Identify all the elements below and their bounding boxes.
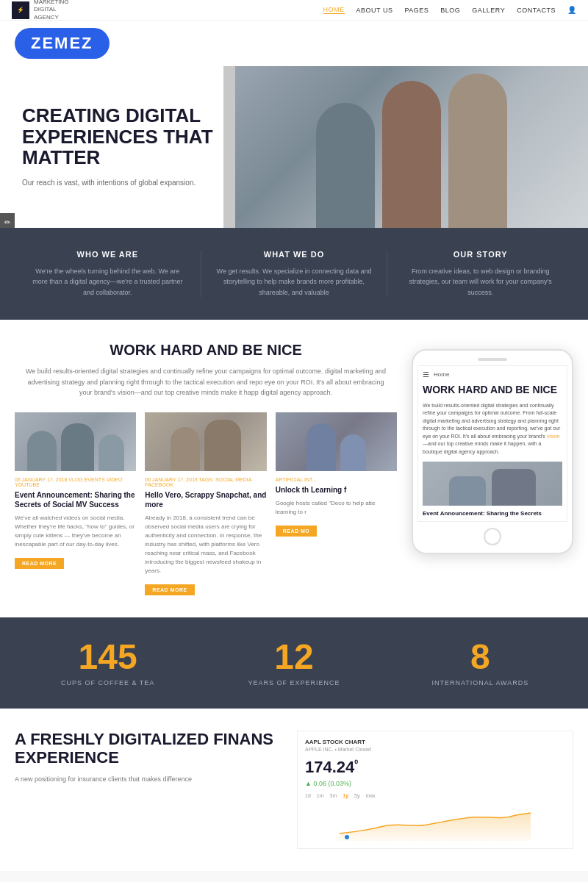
user-icon[interactable]: 👤 (567, 6, 576, 14)
info-who-title: WHO WE ARE (29, 250, 186, 259)
finance-text: A FRESHLY DIGITALIZED FINANS EXPERIENCE … (15, 731, 275, 784)
brand-text: MARKETING DIGITAL AGENCY (34, 0, 69, 21)
info-col-what: WHAT WE DO We get results. We specialize… (201, 250, 388, 298)
hero-section: CREATING DIGITAL EXPERIENCES THAT MATTER… (0, 66, 588, 228)
phone-bottom (417, 528, 567, 545)
phone-menu-icon: ☰ (423, 370, 429, 379)
blog-img-inner-2 (145, 412, 266, 471)
phone-caption: Event Announcement: Sharing the Secrets (423, 510, 562, 517)
stock-superscript: ⁰ (354, 759, 358, 769)
stock-widget: AAPL STOCK CHART APPLE INC. • Market Clo… (297, 731, 573, 849)
hero-people (235, 66, 588, 228)
phone-home-button[interactable] (484, 528, 501, 545)
stock-chart (305, 804, 565, 841)
blog-card-1-title: Event Announcement: Sharing the Secrets … (15, 490, 136, 509)
tab-max[interactable]: max (365, 793, 375, 798)
info-who-text: We're the wheels turning behind the web.… (29, 266, 186, 298)
hero-subtitle: Our reach is vast, with intentions of gl… (22, 177, 228, 189)
phone-top (417, 358, 567, 361)
brand-logo: ⚡ MARKETING DIGITAL AGENCY (12, 0, 69, 21)
info-story-text: From creative ideas, to web design or br… (402, 266, 559, 298)
stat-experience-number: 12 (201, 639, 387, 675)
tab-1y[interactable]: 1y (343, 793, 348, 798)
stat-experience: 12 YEARS OF EXPERIENCE (201, 639, 387, 686)
tab-1m[interactable]: 1m (317, 793, 324, 798)
flash-icon: ⚡ (12, 1, 29, 19)
blog-card-1: 06 JANUARY 17, 2018 VLOG EVENTS VIDEO YO… (15, 412, 136, 595)
top-bar: ⚡ MARKETING DIGITAL AGENCY HOME ABOUT US… (0, 0, 588, 21)
read-more-3-button[interactable]: READ MO (276, 526, 318, 537)
blog-card-2-text: Already in 2018, a consistent trend can … (145, 514, 266, 576)
hero-title: CREATING DIGITAL EXPERIENCES THAT MATTER (22, 105, 228, 168)
blog-card-3-text: Google hosts called "Deco to help atte l… (276, 499, 397, 517)
work-title: WORK HARD AND BE NICE (15, 342, 397, 359)
blog-card-1-text: We've all watched videos on social media… (15, 514, 136, 549)
info-col-who: WHO WE ARE We're the wheels turning behi… (15, 250, 201, 298)
logo-bar: ZEMEZ (0, 21, 588, 66)
blog-card-3-image (276, 412, 397, 471)
blog-card-2-title: Hello Vero, Scrappy Snapchat, and more (145, 490, 266, 509)
nav-contacts[interactable]: CONTACTS (517, 7, 556, 14)
stock-change: ▲ 0.06 (0.03%) (305, 780, 565, 787)
tab-5y[interactable]: 5y (354, 793, 359, 798)
main-nav: HOME ABOUT US PAGES BLOG GALLERY CONTACT… (323, 6, 576, 14)
nav-blog[interactable]: BLOG (440, 7, 460, 14)
blog-card-2-tag: 06 JANUARY 17, 2019 TAGS: SOCIAL MEDIA F… (145, 477, 266, 487)
blog-card-2: 06 JANUARY 17, 2019 TAGS: SOCIAL MEDIA F… (145, 412, 266, 595)
phone-text: We build results-oriented digital strate… (423, 402, 562, 456)
blog-card-3-tag: ARTIFICIAL INT... (276, 477, 397, 482)
zemez-logo[interactable]: ZEMEZ (15, 28, 110, 59)
tab-1d[interactable]: 1d (305, 793, 311, 798)
phone-nav: ☰ Home (423, 370, 562, 379)
phone-nav-label: Home (434, 371, 449, 378)
info-what-title: WHAT WE DO (216, 250, 373, 259)
stat-coffee-label: CUPS OF COFFEE & TEA (15, 679, 201, 686)
blog-card-2-image (145, 412, 266, 471)
finance-title: A FRESHLY DIGITALIZED FINANS EXPERIENCE (15, 731, 275, 766)
person-2 (382, 81, 441, 228)
hero-content: CREATING DIGITAL EXPERIENCES THAT MATTER… (0, 90, 250, 204)
phone-screen: ☰ Home WORK HARD AND BE NICE We build re… (417, 365, 567, 522)
stock-price: 174.24⁰ (305, 758, 565, 777)
nav-about[interactable]: ABOUT US (356, 7, 393, 14)
agency-section: DIGITAL AGENCY SERVICES Working from a s… (0, 871, 588, 882)
svg-point-0 (345, 835, 349, 839)
stat-awards-number: 8 (387, 639, 573, 675)
phone-title: WORK HARD AND BE NICE (423, 384, 562, 395)
stat-experience-label: YEARS OF EXPERIENCE (201, 679, 387, 686)
nav-pages[interactable]: PAGES (404, 7, 429, 14)
finance-section: A FRESHLY DIGITALIZED FINANS EXPERIENCE … (0, 709, 588, 871)
stat-coffee: 145 CUPS OF COFFEE & TEA (15, 639, 201, 686)
stats-section: 145 CUPS OF COFFEE & TEA 12 YEARS OF EXP… (0, 617, 588, 709)
read-more-2-button[interactable]: READ MORE (145, 584, 194, 595)
hero-image (235, 66, 588, 228)
nav-gallery[interactable]: GALLERY (472, 7, 505, 14)
blog-card-1-tag: 06 JANUARY 17, 2018 VLOG EVENTS VIDEO YO… (15, 477, 136, 487)
stat-awards-label: INTERNATIONAL AWARDS (387, 679, 573, 686)
phone-mockup: ☰ Home WORK HARD AND BE NICE We build re… (412, 349, 573, 554)
blog-img-inner-1 (15, 412, 136, 471)
work-subtitle: We build results-oriented digital strate… (22, 366, 390, 398)
edit-icon[interactable]: ✏ (0, 213, 15, 228)
info-story-title: OUR STORY (402, 250, 559, 259)
stat-coffee-number: 145 (15, 639, 201, 675)
read-more-1-button[interactable]: READ MORE (15, 558, 64, 569)
info-section: WHO WE ARE We're the wheels turning behi… (0, 228, 588, 320)
blog-img-inner-3 (276, 412, 397, 471)
info-col-story: OUR STORY From creative ideas, to web de… (387, 250, 573, 298)
blog-cards: 06 JANUARY 17, 2018 VLOG EVENTS VIDEO YO… (15, 412, 397, 595)
phone-image (423, 462, 562, 506)
work-section: WORK HARD AND BE NICE We build results-o… (0, 320, 588, 617)
info-what-text: We get results. We specialize in connect… (216, 266, 373, 298)
blog-card-1-image (15, 412, 136, 471)
nav-home[interactable]: HOME (323, 6, 345, 14)
person-1 (316, 103, 375, 228)
stat-awards: 8 INTERNATIONAL AWARDS (387, 639, 573, 686)
blog-card-3-title: Unlock th Learning f (276, 485, 397, 495)
blog-card-3: ARTIFICIAL INT... Unlock th Learning f G… (276, 412, 397, 595)
stock-tabs: 1d 1m 3m 1y 5y max (305, 793, 565, 798)
phone-speaker (478, 358, 507, 361)
stock-company: APPLE INC. • Market Closed (305, 747, 565, 752)
tab-3m[interactable]: 3m (330, 793, 337, 798)
stock-title: AAPL STOCK CHART (305, 739, 565, 745)
